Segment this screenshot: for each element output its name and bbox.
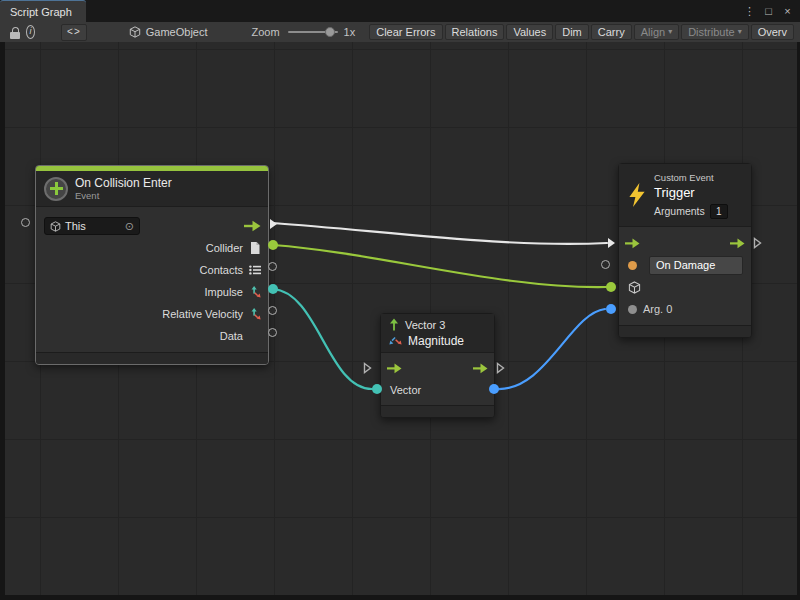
port-flow-output[interactable] (269, 218, 278, 230)
arguments-label: Arguments (654, 205, 705, 217)
object-picker-icon[interactable]: ⊙ (125, 221, 134, 232)
magnitude-icon (389, 335, 402, 347)
chevron-down-icon: ▾ (738, 28, 742, 36)
gameobject-context[interactable]: GameObject (129, 26, 208, 38)
string-port-dot[interactable] (628, 261, 637, 270)
maximize-icon[interactable]: □ (761, 1, 776, 21)
node-category: Custom Event (654, 172, 728, 183)
chevron-down-icon: ▾ (668, 28, 672, 36)
graph-toolbar: i <> GameObject Zoom 1x Clear Errors Rel… (0, 22, 800, 43)
list-icon (248, 265, 261, 275)
port-row-contacts[interactable]: Contacts (36, 259, 268, 281)
port-label: Relative Velocity (162, 308, 243, 320)
port-trigger-flow-input[interactable] (607, 237, 616, 249)
collision-event-icon (44, 177, 68, 201)
node-resize-footer[interactable] (36, 352, 268, 364)
canvas-frame-bottom (0, 595, 800, 600)
carry-button[interactable]: Carry (591, 24, 632, 40)
values-button[interactable]: Values (506, 24, 553, 40)
flow-input-arrow-icon[interactable] (387, 363, 402, 374)
kebab-menu-icon[interactable]: ⋮ (742, 1, 757, 21)
port-row-relative-velocity[interactable]: Relative Velocity (36, 303, 268, 325)
port-arg0-input[interactable] (606, 304, 616, 314)
port-this-input[interactable] (21, 218, 30, 227)
port-trigger-flow-output[interactable] (753, 237, 762, 249)
wire-impulse-to-vector (273, 289, 372, 389)
clear-errors-button[interactable]: Clear Errors (369, 24, 442, 40)
zoom-value: 1x (344, 26, 356, 38)
zoom-label: Zoom (252, 26, 280, 38)
vector3-icon (248, 308, 261, 320)
distribute-dropdown[interactable]: Distribute ▾ (681, 24, 748, 40)
event-name-field[interactable]: On Damage (649, 256, 743, 275)
zoom-slider[interactable] (288, 27, 338, 37)
target-value: This (65, 220, 121, 232)
graph-canvas[interactable]: On Collision Enter Event This ⊙ (0, 42, 800, 600)
close-icon[interactable]: × (780, 1, 795, 21)
unity-editor-window: Script Graph ⋮ □ × i <> GameObject Zoom … (0, 0, 800, 600)
overview-button[interactable]: Overv (751, 24, 794, 40)
gameobject-label: GameObject (146, 26, 208, 38)
port-magnitude-flow-output[interactable] (496, 362, 505, 374)
port-row-target[interactable] (619, 276, 751, 298)
port-collider-output[interactable] (268, 240, 278, 250)
port-target-input[interactable] (606, 282, 616, 292)
port-label: Vector (390, 384, 421, 396)
port-event-name-input[interactable] (601, 260, 610, 269)
port-row-collider[interactable]: Collider (36, 237, 268, 259)
cube-icon (628, 281, 641, 294)
flow-input-arrow-icon[interactable] (625, 238, 640, 249)
align-dropdown[interactable]: Align ▾ (634, 24, 679, 40)
flow-output-arrow-icon[interactable] (473, 363, 488, 374)
port-label: Collider (206, 242, 243, 254)
cube-icon (129, 26, 141, 38)
flow-output-arrow-icon[interactable] (730, 238, 745, 249)
port-row-arg0[interactable]: Arg. 0 (619, 298, 751, 320)
port-relative-velocity-output[interactable] (268, 306, 277, 315)
tab-bar: Script Graph ⋮ □ × (0, 0, 800, 22)
canvas-frame-left (0, 42, 5, 600)
port-label: Contacts (200, 264, 243, 276)
tab-title: Script Graph (10, 6, 72, 18)
arg0-port-dot[interactable] (628, 305, 637, 314)
port-label: Data (220, 330, 243, 342)
node-title: Magnitude (408, 334, 464, 348)
tab-script-graph[interactable]: Script Graph (0, 0, 86, 22)
node-header: Custom Event Trigger Arguments 1 (619, 164, 751, 227)
target-field[interactable]: This ⊙ (44, 217, 140, 235)
wire-flow (273, 223, 607, 244)
zoom-slider-handle[interactable] (325, 27, 335, 37)
window-controls: ⋮ □ × (742, 0, 800, 22)
port-row-data[interactable]: Data (36, 325, 268, 347)
port-row-impulse[interactable]: Impulse (36, 281, 268, 303)
node-category: Vector 3 (405, 319, 445, 331)
port-row-event-name[interactable]: On Damage (619, 254, 751, 276)
vector3-icon (248, 286, 261, 298)
node-title: On Collision Enter (75, 176, 172, 190)
port-magnitude-output[interactable] (489, 384, 499, 394)
port-vector-input[interactable] (372, 384, 382, 394)
node-trigger-custom-event[interactable]: Custom Event Trigger Arguments 1 (618, 163, 752, 338)
arguments-count-field[interactable]: 1 (710, 204, 728, 219)
node-title: Trigger (654, 185, 728, 200)
node-resize-footer[interactable] (381, 405, 494, 417)
node-magnitude[interactable]: Vector 3 Magnitude (380, 313, 495, 418)
port-contacts-output[interactable] (268, 262, 277, 271)
port-impulse-output[interactable] (268, 284, 278, 294)
up-arrow-icon (389, 318, 399, 331)
code-view-button[interactable]: <> (61, 24, 87, 41)
port-data-output[interactable] (268, 328, 277, 337)
node-resize-footer[interactable] (619, 325, 751, 337)
lock-icon[interactable] (8, 25, 16, 41)
relations-button[interactable]: Relations (445, 24, 505, 40)
node-subtitle: Event (75, 190, 172, 201)
wire-magnitude-to-arg0 (496, 309, 605, 389)
port-magnitude-flow-input[interactable] (363, 362, 372, 374)
flow-output-arrow-icon[interactable] (244, 220, 261, 232)
port-row-vector[interactable]: Vector (381, 379, 494, 401)
port-label: Arg. 0 (643, 303, 672, 315)
dim-button[interactable]: Dim (555, 24, 589, 40)
document-icon (248, 242, 261, 254)
node-on-collision-enter[interactable]: On Collision Enter Event This ⊙ (35, 165, 269, 365)
info-icon[interactable]: i (26, 25, 35, 39)
